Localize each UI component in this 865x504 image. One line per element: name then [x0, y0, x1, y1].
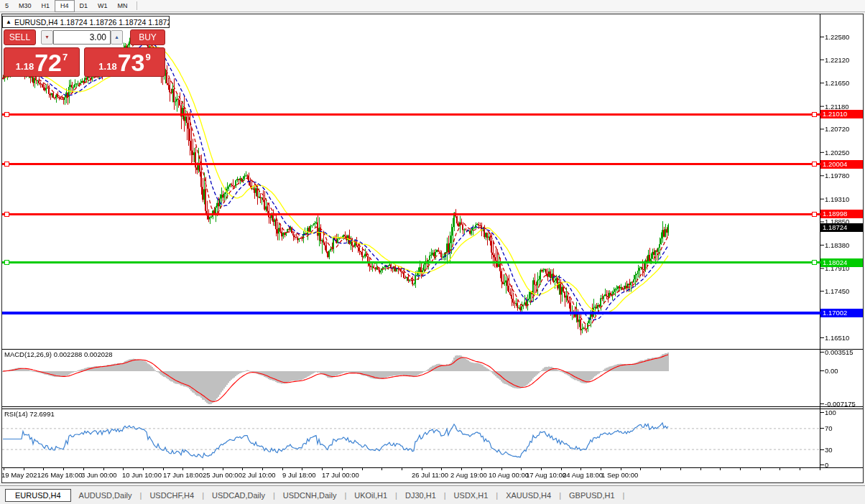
chart-tab-bar: EURUSD,H4AUDUSD,Daily|USDCHF,H4|USDCAD,D… [0, 485, 865, 504]
volume-decrease-button[interactable]: ▼ [41, 30, 53, 45]
chart-window: 1.225801.221201.216501.211801.207201.202… [1, 14, 864, 483]
price-tick-label: 1.20720 [825, 125, 849, 133]
price-tick-label: 1.16510 [825, 334, 849, 342]
rsi-indicator-label: RSI(14) 72.6991 [4, 410, 55, 418]
price-tick-label: 1.18380 [825, 241, 849, 249]
price-tick-label: 1.19310 [825, 195, 849, 203]
hline-1.21010[interactable] [2, 113, 820, 116]
hline-1.18998[interactable] [2, 213, 820, 215]
time-axis-label: 1 Sep 00:00 [601, 471, 638, 479]
time-axis-label: 2 Jul 10:00 [242, 471, 275, 479]
sell-button[interactable]: SELL [4, 29, 36, 45]
volume-increase-button[interactable]: ▲ [111, 30, 123, 45]
time-axis-label: 10 Aug 00:00 [489, 471, 529, 479]
timeframe-button-w1[interactable]: W1 [93, 1, 113, 11]
tab-usdcad-daily[interactable]: USDCAD,Daily [204, 490, 273, 501]
line-price-label: 1.18024 [820, 258, 864, 267]
time-axis-label: 2 Aug 19:00 [450, 471, 487, 479]
macd-indicator-label: MACD(12,26,9) 0.002288 0.002028 [4, 350, 113, 358]
volume-input[interactable] [53, 30, 111, 45]
timeframe-button-h1[interactable]: H1 [37, 1, 55, 11]
tab-dj30-h1[interactable]: DJ30,H1 [397, 490, 444, 501]
time-axis-label: 9 Jul 18:00 [282, 471, 315, 479]
hline-marker[interactable] [4, 112, 9, 117]
one-click-trading-widget: SELL ▼ ▲ BUY 1.18 72 7 1.18 73 9 [2, 29, 167, 78]
sell-price-prefix: 1.18 [16, 61, 34, 72]
timeframe-button-d1[interactable]: D1 [75, 1, 93, 11]
tab-separator: | [623, 491, 625, 500]
timeframe-button-mn[interactable]: MN [113, 1, 133, 11]
price-tick-label: 1.17450 [825, 287, 849, 295]
buy-quote-panel[interactable]: 1.18 73 9 [84, 47, 165, 77]
time-axis-label: 17 Jul 00:00 [322, 471, 359, 479]
tab-usdx-h1[interactable]: USDX,H1 [446, 490, 496, 501]
sell-price-pipette: 7 [63, 52, 68, 62]
time-axis-label: 3 Jun 00:00 [81, 471, 117, 479]
tab-ukoil-h1[interactable]: UKOil,H1 [346, 490, 395, 501]
timeframe-button-h4[interactable]: H4 [55, 0, 75, 12]
time-axis-label: 17 Jun 18:00 [163, 471, 203, 479]
price-tick-label: 1.22120 [825, 56, 849, 64]
macd-axis-label: -0.007175 [825, 400, 856, 408]
chart-header-text: EURUSD,H4 1.18724 1.18726 1.18724 1.1872… [14, 18, 170, 27]
rsi-axis-label: 70 [825, 424, 833, 432]
rsi-axis-label: 30 [825, 446, 833, 454]
timeframe-button-5[interactable]: 5 [0, 1, 14, 11]
tab-xauusd-h4[interactable]: XAUUSD,H4 [498, 490, 559, 501]
buy-price-big: 73 [118, 50, 145, 75]
rsi-axis-label: 100 [825, 409, 836, 416]
price-tick-label: 1.21650 [825, 79, 849, 87]
chart-header: ▲ EURUSD,H4 1.18724 1.18726 1.18724 1.18… [2, 16, 170, 28]
current-price-label: 1.18724 [820, 223, 864, 232]
buy-price-prefix: 1.18 [98, 61, 116, 72]
time-axis-label: 26 May 18:00 [41, 471, 83, 479]
collapse-triangle-icon[interactable]: ▲ [6, 19, 11, 25]
line-price-label: 1.17002 [820, 309, 864, 317]
macd-axis-label: 0.00 [825, 367, 838, 375]
timeframe-toolbar: 5M30H1H4D1W1MN [0, 0, 865, 12]
time-axis-label: 10 Jun 10:00 [122, 471, 162, 479]
trading-terminal: 5M30H1H4D1W1MN 1.225801.221201.216501.21… [0, 0, 865, 504]
tab-usdcnh-daily[interactable]: USDCNH,Daily [275, 490, 345, 501]
macd-axis-label: 0.003515 [825, 348, 854, 356]
tab-gbpusd-h1[interactable]: GBPUSD,H1 [561, 490, 623, 501]
toolbar-separator [137, 1, 137, 10]
tab-usdchf-h4[interactable]: USDCHF,H4 [142, 490, 202, 501]
price-tick-label: 1.22580 [825, 33, 849, 41]
time-axis-label: 17 Aug 10:00 [526, 471, 566, 479]
buy-button[interactable]: BUY [130, 29, 165, 45]
line-price-label: 1.18998 [820, 210, 864, 218]
time-axis-label: 26 Jul 11:00 [412, 471, 448, 479]
price-chart-canvas[interactable] [2, 14, 864, 483]
price-tick-label: 1.20250 [825, 149, 849, 157]
tab-audusd-daily[interactable]: AUDUSD,Daily [71, 490, 140, 501]
hline-marker[interactable] [4, 162, 9, 167]
hline-marker[interactable] [812, 162, 817, 167]
rsi-axis-label: 0 [825, 461, 828, 469]
hline-1.18024[interactable] [2, 261, 820, 263]
timeframe-button-m30[interactable]: M30 [14, 1, 37, 11]
time-axis-label: 24 Aug 18:00 [563, 471, 603, 479]
hline-marker[interactable] [4, 260, 9, 265]
price-tick-label: 1.21180 [825, 103, 849, 111]
hline-1.20004[interactable] [2, 163, 820, 165]
hline-marker[interactable] [812, 212, 817, 217]
hline-marker[interactable] [812, 112, 817, 117]
sell-price-big: 72 [34, 50, 62, 75]
price-tick-label: 1.19780 [825, 172, 849, 179]
sell-quote-panel[interactable]: 1.18 72 7 [4, 47, 80, 77]
line-price-label: 1.21010 [820, 110, 864, 118]
hline-1.17002[interactable] [2, 312, 820, 314]
buy-price-pipette: 9 [145, 52, 150, 62]
time-axis-label: 25 Jun 00:00 [203, 471, 242, 479]
hline-marker[interactable] [4, 212, 9, 217]
hline-marker[interactable] [812, 260, 817, 265]
time-axis-label: 19 May 2021 [1, 471, 41, 479]
tab-eurusd-h4[interactable]: EURUSD,H4 [5, 489, 71, 502]
line-price-label: 1.20004 [820, 160, 864, 169]
